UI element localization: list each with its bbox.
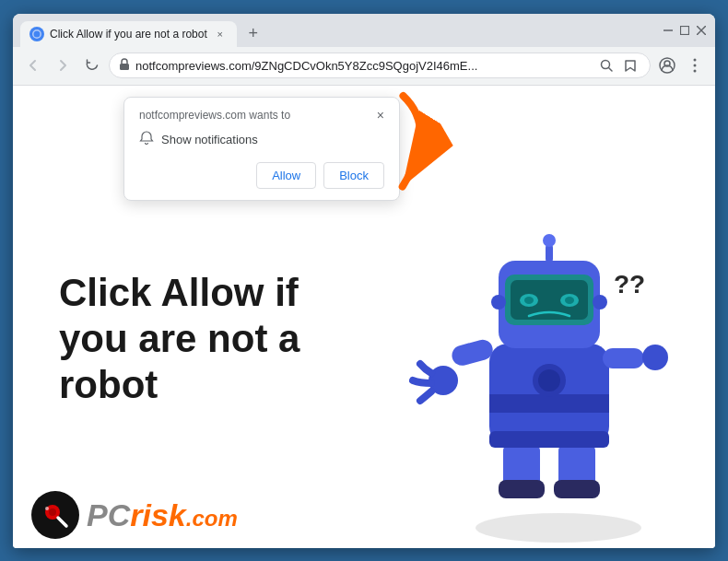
popup-notification-label: Show notifications	[161, 133, 258, 146]
lock-icon	[119, 58, 130, 74]
address-bar[interactable]: notfcompreviews.com/9ZNgCDCvOkn5Y8Zcc9SQ…	[109, 53, 651, 78]
risk-text: risk	[130, 497, 186, 532]
title-bar: Click Allow if you are not a robot × +	[13, 14, 715, 47]
profile-button[interactable]	[654, 53, 680, 78]
forward-button	[50, 53, 76, 78]
menu-button[interactable]	[682, 53, 708, 78]
reload-button[interactable]	[79, 53, 105, 78]
tab-title: Click Allow if you are not a robot	[50, 28, 207, 41]
popup-site-text: notfcompreviews.com wants to	[139, 109, 290, 122]
svg-point-33	[642, 345, 668, 370]
pc-text: PC	[87, 497, 130, 532]
svg-point-41	[49, 508, 56, 516]
svg-rect-5	[120, 64, 129, 70]
svg-point-24	[524, 297, 534, 304]
address-text: notfcompreviews.com/9ZNgCDCvOkn5Y8Zcc9SQ…	[135, 59, 591, 73]
maximize-button[interactable]	[678, 24, 691, 37]
svg-rect-39	[489, 431, 609, 448]
pcrisk-text: PCrisk.com	[87, 499, 238, 531]
svg-point-43	[45, 507, 49, 510]
page-content: notfcompreviews.com wants to × Show noti…	[13, 86, 715, 548]
search-icon[interactable]	[596, 55, 616, 76]
svg-rect-38	[554, 480, 600, 498]
svg-point-25	[565, 297, 574, 304]
svg-rect-36	[499, 480, 545, 498]
svg-point-11	[694, 64, 697, 67]
svg-rect-2	[681, 26, 689, 34]
tab-favicon	[29, 27, 44, 41]
svg-point-29	[593, 295, 607, 310]
svg-line-42	[58, 518, 66, 526]
svg-point-27	[543, 234, 556, 247]
svg-point-12	[694, 70, 697, 73]
svg-line-7	[609, 68, 613, 72]
pcrisk-logo: PCrisk.com	[31, 491, 238, 539]
allow-button[interactable]: Allow	[256, 162, 316, 189]
arrow-indicator	[354, 95, 446, 200]
minimize-button[interactable]	[662, 24, 675, 37]
svg-point-18	[538, 369, 560, 392]
nav-bar: notfcompreviews.com/9ZNgCDCvOkn5Y8Zcc9SQ…	[13, 47, 715, 86]
bell-icon	[139, 131, 154, 149]
com-text: .com	[186, 506, 238, 531]
browser-tab[interactable]: Click Allow if you are not a robot ×	[20, 21, 237, 47]
close-window-button[interactable]	[695, 24, 708, 37]
svg-rect-32	[603, 348, 644, 368]
tab-area: Click Allow if you are not a robot × +	[20, 14, 662, 47]
pcrisk-icon	[31, 491, 79, 539]
popup-buttons: Allow Block	[139, 162, 384, 189]
new-tab-button[interactable]: +	[241, 21, 266, 47]
svg-point-14	[476, 513, 641, 543]
back-button	[20, 53, 46, 78]
nav-right-buttons	[654, 53, 708, 78]
main-heading: Click Allow if you are not a robot	[59, 270, 335, 409]
tab-close-button[interactable]: ×	[213, 27, 228, 41]
robot-illustration: ??	[393, 159, 687, 548]
svg-point-10	[694, 59, 697, 62]
svg-text:??: ??	[614, 270, 645, 298]
window-controls	[662, 24, 708, 37]
svg-point-28	[491, 295, 506, 310]
browser-window: Click Allow if you are not a robot × +	[13, 14, 715, 548]
svg-rect-30	[450, 337, 495, 368]
bookmark-icon[interactable]	[620, 55, 640, 76]
address-icons	[596, 55, 640, 76]
